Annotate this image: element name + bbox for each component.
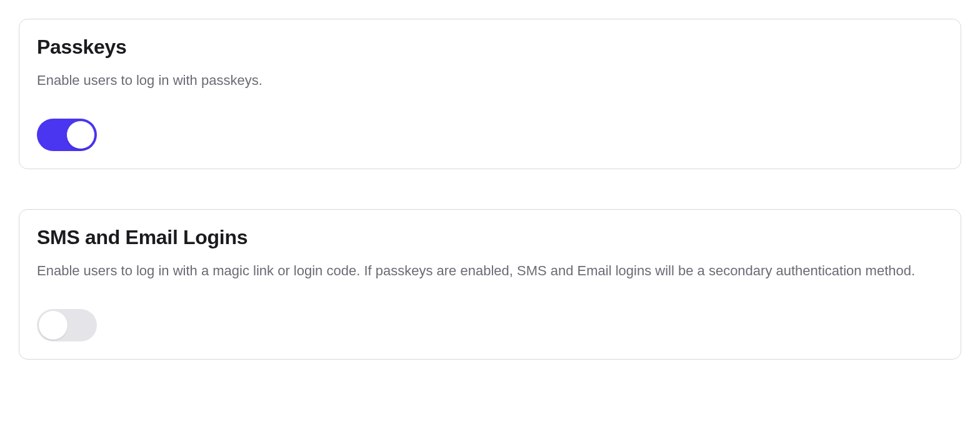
sms-email-description: Enable users to log in with a magic link…: [37, 260, 943, 282]
toggle-knob: [39, 311, 68, 340]
sms-email-title: SMS and Email Logins: [37, 226, 943, 249]
toggle-knob: [66, 120, 95, 149]
passkeys-title: Passkeys: [37, 36, 943, 59]
sms-email-card: SMS and Email Logins Enable users to log…: [19, 209, 961, 360]
passkeys-card: Passkeys Enable users to log in with pas…: [19, 19, 961, 169]
sms-email-toggle[interactable]: [37, 309, 97, 341]
passkeys-toggle[interactable]: [37, 119, 97, 151]
passkeys-description: Enable users to log in with passkeys.: [37, 70, 943, 91]
